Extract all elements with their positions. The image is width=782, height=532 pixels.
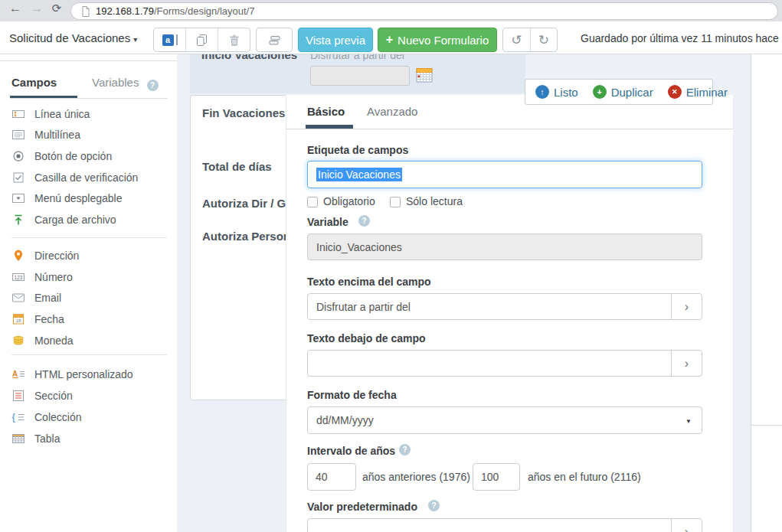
sidebar-top-divider xyxy=(0,60,177,61)
text-above-input[interactable]: Disfrutar a partir del xyxy=(308,294,671,319)
tab-basico[interactable]: Básico xyxy=(307,105,345,118)
layout-icon xyxy=(268,34,281,47)
plus-icon: + xyxy=(386,33,393,47)
form-name-dropdown[interactable]: Solicitud de Vacaciones▾ xyxy=(9,31,137,44)
sidebar-item-boton-opcion[interactable]: Botón de opción xyxy=(11,149,172,165)
url-text: 192.168.1.79/Forms/design/layout/7 xyxy=(96,5,254,17)
sidebar-item-casilla[interactable]: Casilla de verificación xyxy=(11,171,172,186)
back-icon[interactable]: ← xyxy=(6,2,25,15)
sidebar-item-seccion[interactable]: Sección xyxy=(11,389,172,404)
redo-button[interactable]: ↻ xyxy=(531,28,558,51)
undo-button[interactable]: ↺ xyxy=(503,28,531,51)
sidebar-divider xyxy=(11,354,167,355)
calendar-icon xyxy=(416,67,433,83)
years-past-text: años anteriores (1976) - xyxy=(362,471,476,483)
currency-icon xyxy=(11,334,25,348)
sidebar-item-carga-archivo[interactable]: Carga de archivo xyxy=(11,213,172,228)
html-icon: A xyxy=(11,367,25,381)
selected-text: Inicio Vacaciones xyxy=(316,168,402,181)
duplicate-button[interactable]: + Duplicar xyxy=(593,85,653,99)
sidebar-item-menu-desplegable[interactable]: Menú desplegable xyxy=(11,191,172,207)
sidebar-item-email[interactable]: Email xyxy=(11,291,172,306)
default-value-help-icon[interactable]: ? xyxy=(428,500,440,511)
chevron-right-icon: › xyxy=(685,525,689,532)
delete-icon: ✕ xyxy=(668,85,682,99)
tabs-divider xyxy=(10,98,168,99)
checkbox-icon xyxy=(11,171,25,184)
solo-lectura-checkbox[interactable] xyxy=(390,197,401,207)
sidebar-item-moneda[interactable]: Moneda xyxy=(11,334,172,349)
canvas-field-fin-vacaciones[interactable]: Fin Vacaciones xyxy=(202,106,285,119)
undo-icon: ↺ xyxy=(511,32,522,48)
rename-button[interactable]: a xyxy=(154,28,186,51)
years-future-input[interactable] xyxy=(473,463,520,491)
layout-button[interactable] xyxy=(257,28,292,51)
text-above-expand-button[interactable]: › xyxy=(671,294,702,319)
map-pin-icon xyxy=(11,249,25,263)
email-icon xyxy=(11,291,25,305)
tab-variables[interactable]: Variables ? xyxy=(92,76,159,91)
number-icon: 123 xyxy=(11,270,25,284)
years-future-text: años en el futuro (2116) xyxy=(528,471,641,483)
properties-panel: Básico Avanzado Etiqueta de campos Inici… xyxy=(286,95,733,532)
text-below-input[interactable] xyxy=(308,351,671,376)
new-form-button[interactable]: +Nuevo Formulario xyxy=(378,28,497,52)
svg-text:{: { xyxy=(12,411,16,423)
multiline-icon xyxy=(11,128,25,142)
canvas-field-autoriza-person[interactable]: Autoriza Person xyxy=(202,230,290,243)
tab-avanzado[interactable]: Avanzado xyxy=(367,105,417,118)
radio-icon xyxy=(11,149,25,163)
variable-help-icon[interactable]: ? xyxy=(358,215,370,227)
url-bar[interactable]: 192.168.1.79/Forms/design/layout/7 xyxy=(70,2,778,20)
single-line-icon xyxy=(11,107,25,121)
svg-text:18: 18 xyxy=(16,318,21,323)
collection-icon: { xyxy=(11,410,25,424)
canvas-field-total-dias[interactable]: Total de días xyxy=(202,160,272,173)
form-name-label: Solicitud de Vacaciones xyxy=(9,31,130,44)
tab-campos[interactable]: Campos xyxy=(11,76,57,89)
refresh-icon[interactable]: ⟳ xyxy=(47,2,66,15)
default-value-expand-button[interactable]: › xyxy=(671,519,702,532)
field-label-input[interactable]: Inicio Vacaciones xyxy=(307,161,702,188)
right-strip-divider xyxy=(751,425,782,426)
fields-sidebar: Campos Variables ? Línea única Multilíne… xyxy=(0,54,177,532)
tab-divider xyxy=(286,129,733,129)
obligatorio-checkbox[interactable] xyxy=(307,197,318,207)
text-below-expand-button[interactable]: › xyxy=(671,351,702,376)
text-below-group: › xyxy=(307,350,702,377)
delete-field-button[interactable]: ✕ Eliminar xyxy=(668,85,728,99)
layout-button-group xyxy=(256,28,293,52)
browser-chrome: ← → ⟳ 192.168.1.79/Forms/design/layout/7 xyxy=(0,0,782,21)
sidebar-item-multilinea[interactable]: Multilínea xyxy=(11,128,172,143)
copy-button[interactable] xyxy=(186,28,218,51)
sidebar-item-html[interactable]: A HTML personalizado xyxy=(11,367,172,383)
text-above-group: Disfrutar a partir del › xyxy=(307,293,702,320)
redo-icon: ↻ xyxy=(538,32,549,48)
preview-button[interactable]: Vista previa xyxy=(298,28,373,52)
done-button[interactable]: ↑ Listo xyxy=(535,85,578,99)
canvas-field-autoriza-dir[interactable]: Autoriza Dir / Ge xyxy=(202,197,293,210)
rename-icon: a xyxy=(162,34,174,46)
sidebar-item-direccion[interactable]: Dirección xyxy=(11,249,172,264)
variable-input: Inicio_Vacaciones xyxy=(307,233,702,260)
forward-icon[interactable]: → xyxy=(28,2,46,15)
section-icon xyxy=(11,389,25,403)
sidebar-item-coleccion[interactable]: { Colección xyxy=(11,410,172,426)
duplicate-icon: + xyxy=(593,85,607,99)
date-format-select[interactable]: dd/MM/yyyy ▼ xyxy=(307,406,702,434)
field-label-title: Etiqueta de campos xyxy=(307,144,408,156)
chevron-right-icon: › xyxy=(685,300,689,314)
years-past-input[interactable] xyxy=(307,463,356,491)
sidebar-item-linea-unica[interactable]: Línea única xyxy=(11,107,172,122)
sidebar-item-numero[interactable]: 123 Número xyxy=(11,270,172,286)
solo-lectura-label: Sólo lectura xyxy=(406,195,463,207)
sidebar-item-tabla[interactable]: Tabla xyxy=(11,432,172,447)
delete-form-button[interactable] xyxy=(218,28,250,51)
sidebar-item-fecha[interactable]: 18 Fecha xyxy=(11,312,172,328)
default-value-input[interactable] xyxy=(308,519,671,532)
variable-title: Variable xyxy=(307,216,348,228)
form-designer-app: ← → ⟳ 192.168.1.79/Forms/design/layout/7… xyxy=(0,0,782,532)
variables-help-icon[interactable]: ? xyxy=(147,80,159,91)
year-range-help-icon[interactable]: ? xyxy=(399,444,411,455)
dropdown-icon xyxy=(11,191,25,205)
